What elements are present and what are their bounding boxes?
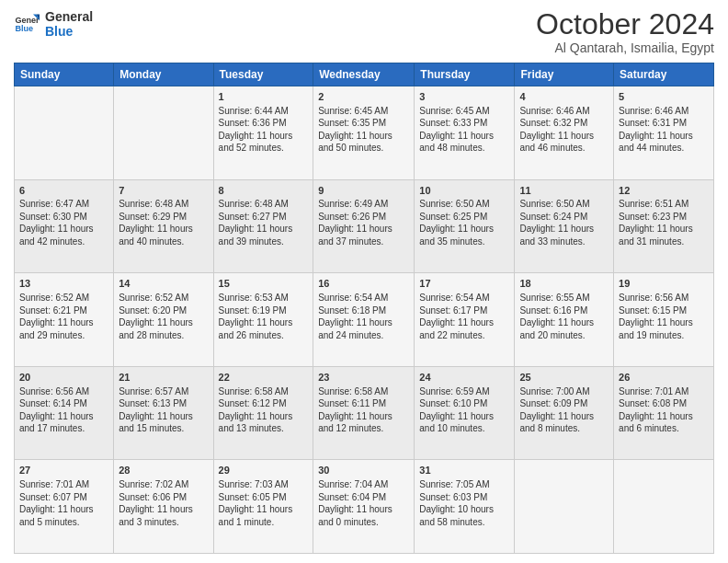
day-info: Sunrise: 6:50 AM <box>519 198 609 211</box>
calendar-cell: 3Sunrise: 6:45 AMSunset: 6:33 PMDaylight… <box>415 86 515 180</box>
day-info: Sunset: 6:11 PM <box>318 397 409 410</box>
day-info: Daylight: 11 hours and 31 minutes. <box>619 223 709 247</box>
calendar-week-1: 1Sunrise: 6:44 AMSunset: 6:36 PMDaylight… <box>15 86 714 180</box>
calendar-week-2: 6Sunrise: 6:47 AMSunset: 6:30 PMDaylight… <box>15 179 714 273</box>
day-info: Daylight: 11 hours and 12 minutes. <box>318 410 409 435</box>
day-number: 25 <box>519 371 609 385</box>
calendar-cell: 14Sunrise: 6:52 AMSunset: 6:20 PMDayligh… <box>114 273 213 367</box>
day-info: Sunset: 6:35 PM <box>318 117 409 130</box>
day-info: Daylight: 11 hours and 28 minutes. <box>119 316 208 341</box>
day-info: Sunset: 6:15 PM <box>619 304 709 317</box>
day-number: 19 <box>619 277 709 291</box>
day-info: Sunset: 6:16 PM <box>519 304 609 317</box>
day-number: 7 <box>119 184 208 198</box>
day-info: Daylight: 11 hours and 22 minutes. <box>419 316 509 341</box>
day-info: Sunset: 6:23 PM <box>619 211 709 224</box>
calendar-cell: 22Sunrise: 6:58 AMSunset: 6:12 PMDayligh… <box>213 366 313 460</box>
day-info: Daylight: 11 hours and 35 minutes. <box>419 223 509 247</box>
day-number: 1 <box>219 90 309 104</box>
day-info: Sunrise: 6:57 AM <box>119 385 208 398</box>
calendar-cell: 15Sunrise: 6:53 AMSunset: 6:19 PMDayligh… <box>213 273 313 367</box>
day-info: Daylight: 11 hours and 13 minutes. <box>219 410 309 435</box>
calendar-cell: 25Sunrise: 7:00 AMSunset: 6:09 PMDayligh… <box>515 366 614 460</box>
calendar-cell: 11Sunrise: 6:50 AMSunset: 6:24 PMDayligh… <box>515 179 614 273</box>
day-info: Sunrise: 6:58 AM <box>219 385 309 398</box>
day-info: Sunrise: 6:54 AM <box>318 292 409 304</box>
day-info: Daylight: 11 hours and 26 minutes. <box>219 316 309 341</box>
day-info: Sunset: 6:19 PM <box>219 304 309 317</box>
day-info: Daylight: 11 hours and 19 minutes. <box>619 316 709 341</box>
calendar-week-4: 20Sunrise: 6:56 AMSunset: 6:14 PMDayligh… <box>15 366 714 460</box>
calendar-cell: 6Sunrise: 6:47 AMSunset: 6:30 PMDaylight… <box>15 179 114 273</box>
day-info: Sunset: 6:10 PM <box>419 397 509 410</box>
day-info: Sunset: 6:36 PM <box>219 117 309 130</box>
day-info: Sunrise: 6:44 AM <box>219 105 309 118</box>
day-info: Sunrise: 6:58 AM <box>318 385 409 398</box>
logo-line2: Blue <box>45 24 93 39</box>
day-info: Sunset: 6:33 PM <box>419 117 509 130</box>
day-info: Sunset: 6:06 PM <box>119 491 208 504</box>
weekday-header-sunday: Sunday <box>15 63 114 86</box>
day-info: Sunrise: 6:51 AM <box>619 198 709 211</box>
day-number: 13 <box>19 277 108 291</box>
day-info: Daylight: 11 hours and 50 minutes. <box>318 130 409 155</box>
calendar-cell: 1Sunrise: 6:44 AMSunset: 6:36 PMDaylight… <box>213 86 313 180</box>
weekday-header-monday: Monday <box>114 63 213 86</box>
day-info: Sunrise: 7:05 AM <box>419 478 509 491</box>
day-info: Daylight: 11 hours and 8 minutes. <box>519 410 609 435</box>
day-info: Daylight: 11 hours and 1 minute. <box>219 503 309 528</box>
day-info: Sunset: 6:29 PM <box>119 211 208 224</box>
day-number: 5 <box>619 90 709 104</box>
calendar-cell: 20Sunrise: 6:56 AMSunset: 6:14 PMDayligh… <box>15 366 114 460</box>
calendar-cell: 21Sunrise: 6:57 AMSunset: 6:13 PMDayligh… <box>114 366 213 460</box>
day-info: Sunrise: 6:53 AM <box>219 292 309 304</box>
calendar-week-3: 13Sunrise: 6:52 AMSunset: 6:21 PMDayligh… <box>15 273 714 367</box>
day-info: Sunrise: 6:46 AM <box>619 105 709 118</box>
day-info: Sunset: 6:25 PM <box>419 211 509 224</box>
day-info: Sunrise: 7:04 AM <box>318 478 409 491</box>
day-info: Sunrise: 6:47 AM <box>19 198 108 211</box>
day-info: Sunrise: 6:55 AM <box>519 292 609 304</box>
calendar-cell <box>15 86 114 180</box>
day-info: Sunrise: 7:01 AM <box>619 385 709 398</box>
day-info: Sunset: 6:27 PM <box>219 211 309 224</box>
day-number: 22 <box>219 371 309 385</box>
day-info: Sunrise: 7:03 AM <box>219 478 309 491</box>
day-info: Sunrise: 7:00 AM <box>519 385 609 398</box>
day-info: Sunrise: 6:45 AM <box>318 105 409 118</box>
day-number: 28 <box>119 464 208 477</box>
day-info: Daylight: 11 hours and 48 minutes. <box>419 130 509 155</box>
day-number: 2 <box>318 90 409 104</box>
day-info: Daylight: 11 hours and 24 minutes. <box>318 316 409 341</box>
day-info: Daylight: 10 hours and 58 minutes. <box>419 503 509 528</box>
logo-icon: General Blue <box>14 11 40 37</box>
day-info: Sunset: 6:13 PM <box>119 397 208 410</box>
day-info: Sunset: 6:21 PM <box>19 304 108 317</box>
day-info: Sunrise: 6:49 AM <box>318 198 409 211</box>
calendar-cell: 18Sunrise: 6:55 AMSunset: 6:16 PMDayligh… <box>515 273 614 367</box>
weekday-header-friday: Friday <box>515 63 614 86</box>
day-info: Sunrise: 6:56 AM <box>619 292 709 304</box>
day-info: Daylight: 11 hours and 42 minutes. <box>19 223 108 247</box>
calendar-table: SundayMondayTuesdayWednesdayThursdayFrid… <box>14 63 714 554</box>
day-number: 18 <box>519 277 609 291</box>
calendar-cell: 8Sunrise: 6:48 AMSunset: 6:27 PMDaylight… <box>213 179 313 273</box>
calendar-cell <box>114 86 213 180</box>
day-number: 26 <box>619 371 709 385</box>
calendar-cell: 12Sunrise: 6:51 AMSunset: 6:23 PMDayligh… <box>614 179 714 273</box>
day-info: Sunset: 6:31 PM <box>619 117 709 130</box>
day-info: Sunrise: 6:59 AM <box>419 385 509 398</box>
day-info: Daylight: 11 hours and 46 minutes. <box>519 130 609 155</box>
day-info: Daylight: 11 hours and 40 minutes. <box>119 223 208 247</box>
day-info: Daylight: 11 hours and 29 minutes. <box>19 316 108 341</box>
month-title: October 2024 <box>536 9 714 39</box>
day-info: Sunset: 6:07 PM <box>19 491 108 504</box>
day-info: Sunset: 6:09 PM <box>519 397 609 410</box>
day-info: Sunset: 6:32 PM <box>519 117 609 130</box>
day-info: Sunset: 6:24 PM <box>519 211 609 224</box>
day-info: Sunrise: 6:45 AM <box>419 105 509 118</box>
calendar-cell: 23Sunrise: 6:58 AMSunset: 6:11 PMDayligh… <box>313 366 415 460</box>
day-info: Sunset: 6:08 PM <box>619 397 709 410</box>
day-number: 20 <box>19 371 108 385</box>
day-info: Sunset: 6:30 PM <box>19 211 108 224</box>
